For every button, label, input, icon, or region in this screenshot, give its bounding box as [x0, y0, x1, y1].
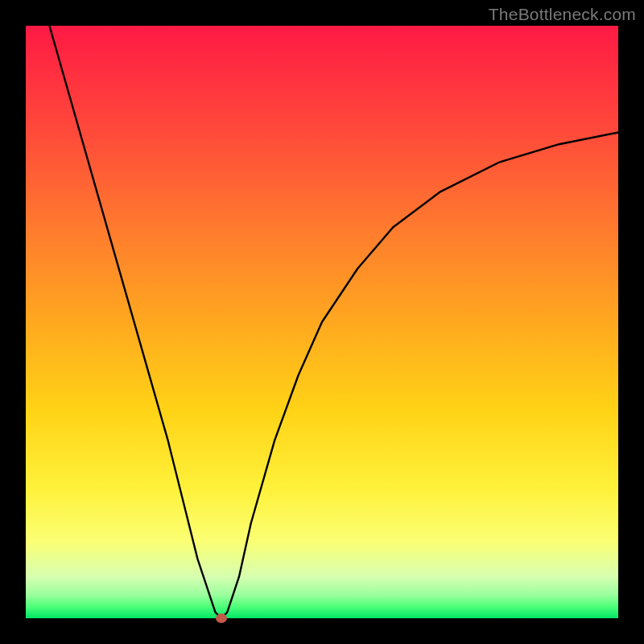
watermark-text: TheBottleneck.com [489, 5, 636, 24]
bottleneck-curve [49, 26, 618, 618]
plot-area [26, 26, 618, 618]
curve-svg [26, 26, 618, 618]
optimal-point-marker [216, 613, 227, 623]
chart-frame: TheBottleneck.com [0, 0, 644, 644]
